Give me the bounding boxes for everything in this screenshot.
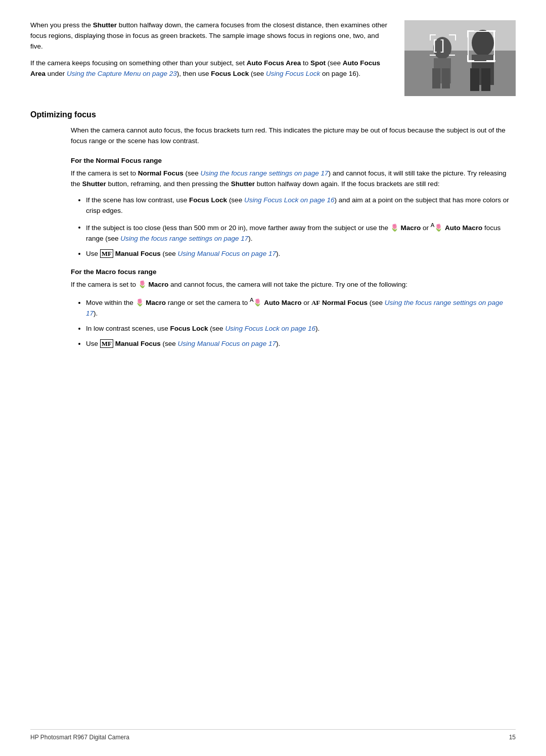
optimizing-focus-heading: Optimizing focus [30, 110, 516, 119]
link-manual-focus-1[interactable]: Using Manual Focus on page 17 [178, 250, 276, 257]
svg-rect-9 [470, 68, 479, 91]
af-icon: AF [311, 299, 320, 306]
normal-focus-body: If the camera is set to Normal Focus (se… [71, 168, 516, 190]
svg-rect-5 [432, 68, 440, 88]
svg-rect-2 [404, 51, 516, 96]
top-text-block: When you press the Shutter button halfwa… [30, 20, 389, 96]
link-capture-menu[interactable]: Using the Capture Menu on page 23 [67, 70, 177, 77]
svg-rect-18 [449, 55, 455, 56]
link-focus-range-normal[interactable]: Using the focus range settings on page 1… [201, 169, 329, 177]
bullet-manual-focus-normal: Use MF Manual Focus (see Using Manual Fo… [86, 248, 516, 259]
camera-sample-image: [ ] [404, 20, 516, 96]
bullet-macro-move: Move within the 🌷 Macro range or set the… [86, 295, 516, 319]
bullet-focus-lock: If the scene has low contrast, use Focus… [86, 195, 516, 216]
mf-icon-1: MF [100, 249, 113, 258]
svg-rect-16 [449, 34, 455, 35]
link-focus-range-macro[interactable]: Using the focus range settings on page 1… [120, 235, 248, 242]
svg-rect-27 [467, 55, 469, 62]
page-footer: HP Photosmart R967 Digital Camera 15 [30, 729, 516, 741]
svg-rect-15 [455, 34, 456, 40]
svg-rect-23 [467, 30, 469, 37]
link-focus-lock-top[interactable]: Using Focus Lock [266, 70, 320, 77]
link-using-focus-lock-2[interactable]: Using Focus Lock on page 16 [225, 325, 315, 332]
top-section: When you press the Shutter button halfwa… [30, 20, 516, 96]
footer-page-number: 15 [509, 734, 516, 741]
macro-focus-body: If the camera is set to 🌷 Macro and cann… [71, 280, 516, 290]
svg-rect-10 [481, 68, 490, 91]
paragraph-autofocus: If the camera keeps focusing on somethin… [30, 58, 389, 79]
svg-text:[ ]: [ ] [433, 37, 444, 53]
svg-rect-21 [468, 31, 494, 62]
bullet-manual-focus-macro: Use MF Manual Focus (see Using Manual Fo… [86, 338, 516, 349]
link-using-focus-lock-1[interactable]: Using Focus Lock on page 16 [244, 196, 335, 204]
normal-focus-bullets: If the scene has low contrast, use Focus… [86, 195, 516, 259]
svg-rect-29 [493, 55, 495, 62]
svg-rect-12 [430, 34, 431, 40]
footer-product-name: HP Photosmart R967 Digital Camera [30, 734, 129, 741]
svg-rect-6 [442, 68, 450, 88]
link-manual-focus-2[interactable]: Using Manual Focus on page 17 [178, 340, 276, 347]
normal-focus-heading: For the Normal Focus range [71, 157, 516, 164]
camera-image-svg: [ ] [404, 20, 516, 96]
optimizing-focus-section: Optimizing focus When the camera cannot … [30, 110, 516, 349]
mf-icon-2: MF [100, 339, 113, 348]
paragraph-shutter: When you press the Shutter button halfwa… [30, 20, 389, 52]
bullet-focus-lock-macro: In low contrast scenes, use Focus Lock (… [86, 323, 516, 334]
macro-focus-heading: For the Macro focus range [71, 268, 516, 276]
macro-focus-bullets: Move within the 🌷 Macro range or set the… [86, 295, 516, 349]
svg-rect-25 [493, 30, 495, 37]
svg-rect-14 [430, 55, 436, 56]
optimizing-focus-intro: When the camera cannot auto focus, the f… [71, 125, 516, 147]
page-container: When you press the Shutter button halfwa… [0, 0, 546, 756]
bullet-macro-range: If the subject is too close (less than 5… [86, 220, 516, 244]
